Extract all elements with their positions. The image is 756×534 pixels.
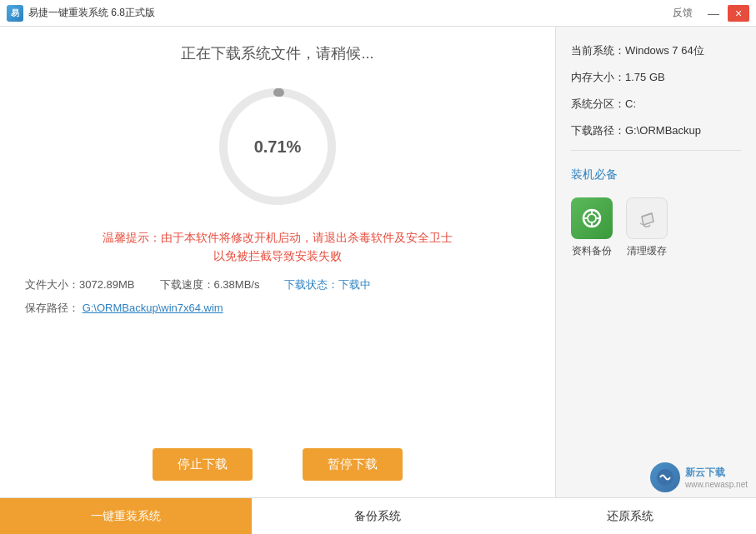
current-system-info: 当前系统：Windows 7 64位 [571, 43, 741, 58]
watermark-text: 新云下载 www.newasp.net [685, 466, 748, 489]
warning-line1: 温馨提示：由于本软件将修改开机启动，请退出杀毒软件及安全卫士 [103, 231, 453, 244]
tab-backup[interactable]: 备份系统 [252, 498, 503, 534]
download-path-info: 下载路径：G:\ORMBackup [571, 123, 741, 138]
clean-icon [626, 197, 668, 239]
tools-row: 资料备份 清理缓存 [571, 197, 741, 258]
warning-line2: 以免被拦截导致安装失败 [213, 249, 342, 262]
main-content: 正在下载系统文件，请稍候... 0.71% 温馨提示：由于本软件将修改开机启动，… [0, 27, 756, 497]
progress-circle-container: 0.71% [211, 80, 344, 213]
title-bar-left: 易 易捷一键重装系统 6.8正式版 [7, 5, 155, 22]
watermark-name: 新云下载 [685, 466, 748, 480]
action-buttons: 停止下载 暂停下载 [153, 432, 403, 481]
app-icon: 易 [7, 5, 23, 22]
file-size-info: 文件大小：3072.89MB [25, 277, 135, 292]
stop-download-button[interactable]: 停止下载 [153, 448, 253, 481]
download-status-info: 下载状态：下载中 [284, 277, 371, 292]
left-panel: 正在下载系统文件，请稍候... 0.71% 温馨提示：由于本软件将修改开机启动，… [0, 27, 556, 497]
tool-backup[interactable]: 资料备份 [571, 197, 613, 258]
right-divider [571, 150, 741, 151]
download-speed-label: 下载速度：6.38MB/s [160, 278, 260, 291]
file-size-label: 文件大小：3072.89MB [25, 278, 135, 291]
watermark-svg [656, 468, 674, 487]
download-speed-info: 下载速度：6.38MB/s [160, 277, 260, 292]
file-info-row: 文件大小：3072.89MB 下载速度：6.38MB/s 下载状态：下载中 [25, 277, 530, 292]
watermark-url: www.newasp.net [685, 480, 748, 489]
clean-svg [635, 207, 658, 230]
warning-text: 温馨提示：由于本软件将修改开机启动，请退出杀毒软件及安全卫士 以免被拦截导致安装… [103, 228, 453, 266]
backup-icon [571, 197, 613, 239]
memory-size-info: 内存大小：1.75 GB [571, 70, 741, 85]
tab-bar: 一键重装系统 备份系统 还原系统 [0, 497, 756, 534]
title-bar: 易 易捷一键重装系统 6.8正式版 反馈 — × [0, 0, 756, 27]
right-panel: 当前系统：Windows 7 64位 内存大小：1.75 GB 系统分区：C: … [556, 27, 756, 497]
close-button[interactable]: × [728, 5, 749, 22]
minimize-button[interactable]: — [703, 5, 724, 22]
watermark-icon [650, 462, 680, 492]
backup-label: 资料备份 [572, 244, 612, 258]
backup-svg [580, 207, 603, 230]
app-title: 易捷一键重装系统 6.8正式版 [28, 6, 155, 20]
section-title: 装机必备 [571, 167, 741, 182]
tab-reinstall[interactable]: 一键重装系统 [0, 498, 252, 534]
save-path-label: 保存路径： [25, 302, 79, 314]
watermark: 新云下载 www.newasp.net [650, 462, 748, 492]
downloading-title: 正在下载系统文件，请稍候... [181, 43, 373, 63]
save-path-link[interactable]: G:\ORMBackup\win7x64.wim [83, 302, 223, 314]
tab-restore-label: 还原系统 [607, 509, 653, 524]
pause-download-button[interactable]: 暂停下载 [303, 448, 403, 481]
tab-backup-label: 备份系统 [354, 509, 401, 524]
download-status-label: 下载状态：下载中 [284, 278, 371, 291]
system-partition-info: 系统分区：C: [571, 97, 741, 112]
clean-label: 清理缓存 [627, 244, 667, 258]
progress-percent: 0.71% [254, 137, 302, 157]
tool-clean[interactable]: 清理缓存 [626, 197, 668, 258]
save-path-row: 保存路径： G:\ORMBackup\win7x64.wim [25, 301, 530, 316]
feedback-button[interactable]: 反馈 [666, 4, 699, 22]
tab-reinstall-label: 一键重装系统 [91, 509, 161, 524]
svg-point-1 [588, 214, 596, 222]
title-bar-right: 反馈 — × [666, 4, 749, 22]
tab-restore[interactable]: 还原系统 [504, 498, 756, 534]
